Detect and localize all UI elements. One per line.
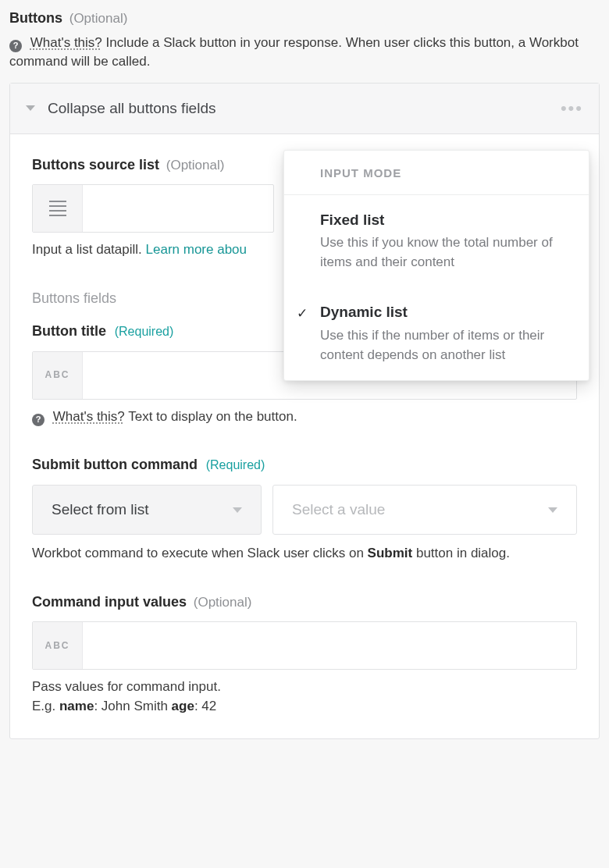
submit-command-helper: Workbot command to execute when Slack us… (32, 544, 577, 564)
field-label: Submit button command (32, 457, 198, 472)
field-label: Command input values (32, 594, 187, 610)
help-icon[interactable]: ? (32, 414, 45, 426)
chevron-down-icon (548, 507, 557, 513)
field-tag: (Optional) (194, 595, 252, 610)
field-label: Buttons source list (32, 157, 159, 173)
select-from-list-dropdown[interactable]: Select from list (32, 485, 262, 535)
field-label: Button title (32, 323, 106, 339)
button-title-helper: ? What's this? Text to display on the bu… (32, 407, 577, 427)
more-menu-icon[interactable]: ••• (561, 96, 583, 121)
section-description: ? What's this? Include a Slack button in… (9, 34, 600, 72)
whats-this-link[interactable]: What's this? (53, 409, 125, 424)
collapse-label: Collapse all buttons fields (48, 98, 561, 119)
learn-more-link[interactable]: Learn more abou (146, 242, 247, 257)
field-submit-button-command: Submit button command (Required) Select … (32, 454, 577, 563)
helper-text: Text to display on the button. (128, 409, 297, 424)
source-list-input[interactable] (32, 184, 274, 233)
popover-item-sub: Use this if the number of items or their… (320, 326, 572, 365)
chevron-down-icon (233, 507, 242, 513)
popover-item-fixed-list[interactable]: Fixed list Use this if you know the tota… (284, 195, 589, 288)
popover-item-dynamic-list[interactable]: ✓ Dynamic list Use this if the number of… (284, 287, 589, 380)
chevron-down-icon (26, 105, 35, 111)
select-from-list-label: Select from list (52, 499, 149, 521)
whats-this-link[interactable]: What's this? (30, 35, 102, 50)
field-tag: (Optional) (166, 158, 225, 173)
required-tag: (Required) (206, 458, 265, 471)
field-command-input-values: Command input values (Optional) ABC Pass… (32, 592, 577, 717)
required-tag: (Required) (115, 325, 174, 338)
help-icon[interactable]: ? (9, 40, 22, 52)
helper-prefix: Input a list datapill. (32, 242, 146, 257)
command-input-values-input[interactable]: ABC (32, 621, 577, 670)
popover-item-sub: Use this if you know the total number of… (320, 233, 572, 272)
popover-header: INPUT MODE (284, 151, 589, 195)
popover-item-title: Dynamic list (320, 301, 572, 323)
command-input-helper: Pass values for command input. E.g. name… (32, 678, 577, 716)
section-optional-tag: (Optional) (69, 11, 128, 26)
select-value-dropdown[interactable]: Select a value (272, 485, 577, 535)
section-title: Buttons (9, 10, 62, 26)
text-type-icon: ABC (33, 622, 83, 669)
list-icon (33, 185, 83, 232)
check-icon: ✓ (297, 304, 308, 324)
text-type-icon: ABC (33, 352, 83, 399)
input-mode-popover: INPUT MODE Fixed list Use this if you kn… (283, 150, 589, 381)
select-value-placeholder: Select a value (292, 499, 385, 521)
collapse-bar[interactable]: Collapse all buttons fields ••• (10, 84, 599, 134)
section-header: Buttons (Optional) (9, 8, 600, 29)
buttons-panel: Collapse all buttons fields ••• INPUT MO… (9, 83, 600, 739)
popover-item-title: Fixed list (320, 209, 572, 231)
